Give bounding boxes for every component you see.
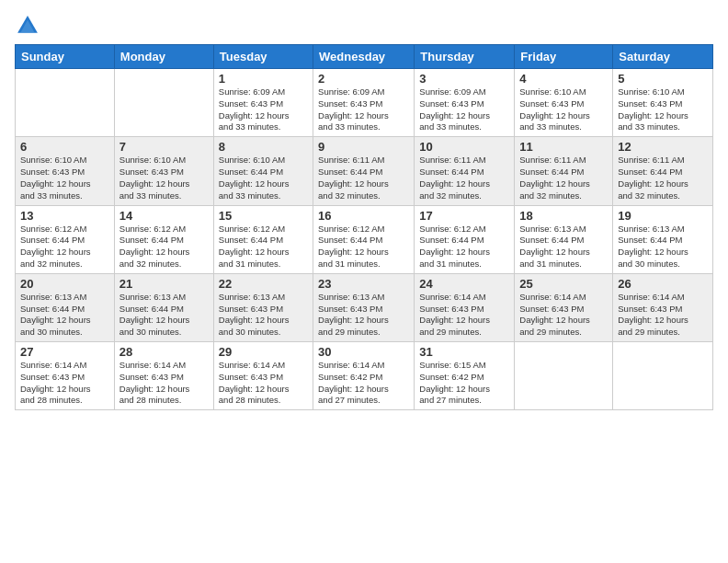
day-number: 8 [219, 140, 308, 154]
calendar-cell: 5Sunrise: 6:10 AM Sunset: 6:43 PM Daylig… [613, 69, 713, 137]
day-number: 13 [20, 209, 109, 223]
calendar-cell: 3Sunrise: 6:09 AM Sunset: 6:43 PM Daylig… [415, 69, 515, 137]
day-info: Sunrise: 6:13 AM Sunset: 6:44 PM Dayligh… [618, 224, 708, 270]
day-info: Sunrise: 6:12 AM Sunset: 6:44 PM Dayligh… [419, 224, 509, 270]
calendar-cell [613, 342, 713, 410]
calendar-week-row: 13Sunrise: 6:12 AM Sunset: 6:44 PM Dayli… [16, 205, 713, 273]
day-number: 18 [519, 209, 608, 223]
day-info: Sunrise: 6:14 AM Sunset: 6:42 PM Dayligh… [318, 360, 409, 407]
calendar-header-monday: Monday [114, 45, 213, 69]
day-number: 19 [618, 209, 708, 223]
day-info: Sunrise: 6:11 AM Sunset: 6:44 PM Dayligh… [519, 155, 608, 201]
day-number: 29 [219, 345, 308, 359]
day-number: 3 [419, 72, 509, 86]
day-info: Sunrise: 6:14 AM Sunset: 6:43 PM Dayligh… [419, 292, 509, 339]
day-info: Sunrise: 6:10 AM Sunset: 6:44 PM Dayligh… [219, 155, 308, 201]
calendar-header-thursday: Thursday [415, 45, 515, 69]
logo-icon [15, 13, 40, 39]
calendar-cell: 1Sunrise: 6:09 AM Sunset: 6:43 PM Daylig… [213, 69, 313, 137]
day-number: 4 [519, 72, 608, 86]
calendar-cell: 26Sunrise: 6:14 AM Sunset: 6:43 PM Dayli… [613, 273, 713, 341]
day-number: 22 [219, 277, 308, 291]
day-info: Sunrise: 6:12 AM Sunset: 6:44 PM Dayligh… [318, 224, 409, 270]
day-info: Sunrise: 6:13 AM Sunset: 6:44 PM Dayligh… [119, 292, 209, 339]
calendar-cell: 31Sunrise: 6:15 AM Sunset: 6:42 PM Dayli… [415, 342, 515, 410]
calendar-cell: 11Sunrise: 6:11 AM Sunset: 6:44 PM Dayli… [515, 137, 613, 205]
calendar-header-tuesday: Tuesday [213, 45, 313, 69]
day-info: Sunrise: 6:13 AM Sunset: 6:44 PM Dayligh… [519, 224, 608, 270]
day-number: 1 [219, 72, 308, 86]
day-info: Sunrise: 6:14 AM Sunset: 6:43 PM Dayligh… [119, 360, 209, 407]
calendar-cell: 14Sunrise: 6:12 AM Sunset: 6:44 PM Dayli… [114, 205, 213, 273]
day-info: Sunrise: 6:13 AM Sunset: 6:43 PM Dayligh… [219, 292, 308, 339]
calendar-week-row: 27Sunrise: 6:14 AM Sunset: 6:43 PM Dayli… [16, 342, 713, 410]
day-number: 30 [318, 345, 409, 359]
calendar-cell: 25Sunrise: 6:14 AM Sunset: 6:43 PM Dayli… [515, 273, 613, 341]
day-number: 10 [419, 140, 509, 154]
day-number: 12 [618, 140, 708, 154]
calendar-header-saturday: Saturday [613, 45, 713, 69]
calendar-week-row: 1Sunrise: 6:09 AM Sunset: 6:43 PM Daylig… [16, 69, 713, 137]
day-number: 20 [20, 277, 109, 291]
calendar-cell: 19Sunrise: 6:13 AM Sunset: 6:44 PM Dayli… [613, 205, 713, 273]
page: SundayMondayTuesdayWednesdayThursdayFrid… [0, 0, 728, 563]
day-number: 14 [119, 209, 209, 223]
calendar-cell: 4Sunrise: 6:10 AM Sunset: 6:43 PM Daylig… [515, 69, 613, 137]
day-number: 27 [20, 345, 109, 359]
calendar-cell: 2Sunrise: 6:09 AM Sunset: 6:43 PM Daylig… [313, 69, 415, 137]
day-info: Sunrise: 6:14 AM Sunset: 6:43 PM Dayligh… [519, 292, 608, 339]
header [15, 9, 713, 39]
calendar-cell: 6Sunrise: 6:10 AM Sunset: 6:43 PM Daylig… [16, 137, 115, 205]
day-info: Sunrise: 6:14 AM Sunset: 6:43 PM Dayligh… [219, 360, 308, 407]
day-number: 21 [119, 277, 209, 291]
calendar-header-wednesday: Wednesday [313, 45, 415, 69]
day-info: Sunrise: 6:13 AM Sunset: 6:43 PM Dayligh… [318, 292, 409, 339]
day-info: Sunrise: 6:10 AM Sunset: 6:43 PM Dayligh… [519, 86, 608, 133]
calendar-cell: 15Sunrise: 6:12 AM Sunset: 6:44 PM Dayli… [213, 205, 313, 273]
calendar-cell: 7Sunrise: 6:10 AM Sunset: 6:43 PM Daylig… [114, 137, 213, 205]
calendar-header-row: SundayMondayTuesdayWednesdayThursdayFrid… [16, 45, 713, 69]
calendar-cell: 24Sunrise: 6:14 AM Sunset: 6:43 PM Dayli… [415, 273, 515, 341]
day-info: Sunrise: 6:09 AM Sunset: 6:43 PM Dayligh… [219, 86, 308, 133]
calendar-header-sunday: Sunday [16, 45, 115, 69]
day-info: Sunrise: 6:12 AM Sunset: 6:44 PM Dayligh… [219, 224, 308, 270]
calendar-header-friday: Friday [515, 45, 613, 69]
calendar-cell: 30Sunrise: 6:14 AM Sunset: 6:42 PM Dayli… [313, 342, 415, 410]
calendar-cell: 21Sunrise: 6:13 AM Sunset: 6:44 PM Dayli… [114, 273, 213, 341]
calendar-cell: 10Sunrise: 6:11 AM Sunset: 6:44 PM Dayli… [415, 137, 515, 205]
calendar-cell: 9Sunrise: 6:11 AM Sunset: 6:44 PM Daylig… [313, 137, 415, 205]
calendar-cell: 29Sunrise: 6:14 AM Sunset: 6:43 PM Dayli… [213, 342, 313, 410]
day-number: 5 [618, 72, 708, 86]
calendar-cell: 23Sunrise: 6:13 AM Sunset: 6:43 PM Dayli… [313, 273, 415, 341]
day-number: 16 [318, 209, 409, 223]
day-info: Sunrise: 6:09 AM Sunset: 6:43 PM Dayligh… [419, 86, 509, 133]
calendar-week-row: 6Sunrise: 6:10 AM Sunset: 6:43 PM Daylig… [16, 137, 713, 205]
calendar-cell: 18Sunrise: 6:13 AM Sunset: 6:44 PM Dayli… [515, 205, 613, 273]
day-number: 25 [519, 277, 608, 291]
day-info: Sunrise: 6:11 AM Sunset: 6:44 PM Dayligh… [419, 155, 509, 201]
day-number: 2 [318, 72, 409, 86]
day-info: Sunrise: 6:10 AM Sunset: 6:43 PM Dayligh… [119, 155, 209, 201]
calendar-cell: 16Sunrise: 6:12 AM Sunset: 6:44 PM Dayli… [313, 205, 415, 273]
logo [15, 13, 43, 39]
day-number: 31 [419, 345, 509, 359]
day-info: Sunrise: 6:15 AM Sunset: 6:42 PM Dayligh… [419, 360, 509, 407]
calendar-cell: 27Sunrise: 6:14 AM Sunset: 6:43 PM Dayli… [16, 342, 115, 410]
day-info: Sunrise: 6:09 AM Sunset: 6:43 PM Dayligh… [318, 86, 409, 133]
calendar-table: SundayMondayTuesdayWednesdayThursdayFrid… [15, 44, 713, 410]
day-info: Sunrise: 6:14 AM Sunset: 6:43 PM Dayligh… [20, 360, 109, 407]
day-info: Sunrise: 6:10 AM Sunset: 6:43 PM Dayligh… [618, 86, 708, 133]
day-number: 9 [318, 140, 409, 154]
calendar-cell: 12Sunrise: 6:11 AM Sunset: 6:44 PM Dayli… [613, 137, 713, 205]
calendar-cell: 8Sunrise: 6:10 AM Sunset: 6:44 PM Daylig… [213, 137, 313, 205]
day-number: 28 [119, 345, 209, 359]
day-number: 17 [419, 209, 509, 223]
day-info: Sunrise: 6:14 AM Sunset: 6:43 PM Dayligh… [618, 292, 708, 339]
day-info: Sunrise: 6:10 AM Sunset: 6:43 PM Dayligh… [20, 155, 109, 201]
day-number: 15 [219, 209, 308, 223]
day-info: Sunrise: 6:12 AM Sunset: 6:44 PM Dayligh… [20, 224, 109, 270]
day-number: 24 [419, 277, 509, 291]
calendar-cell: 20Sunrise: 6:13 AM Sunset: 6:44 PM Dayli… [16, 273, 115, 341]
calendar-cell: 13Sunrise: 6:12 AM Sunset: 6:44 PM Dayli… [16, 205, 115, 273]
calendar-week-row: 20Sunrise: 6:13 AM Sunset: 6:44 PM Dayli… [16, 273, 713, 341]
